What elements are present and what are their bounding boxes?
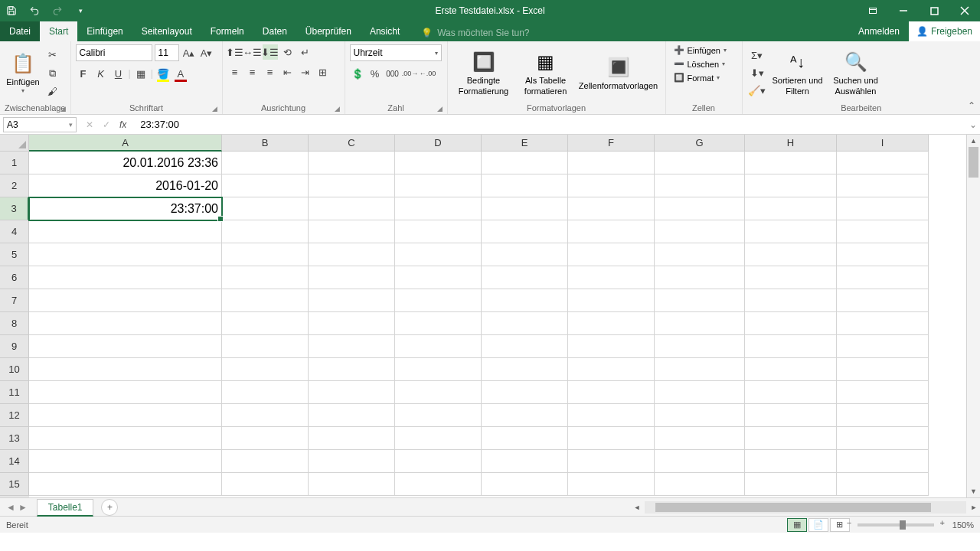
cell[interactable] (395, 152, 482, 174)
cell[interactable] (309, 152, 395, 174)
launcher-icon[interactable]: ◢ (212, 105, 217, 112)
cell[interactable] (309, 358, 395, 381)
cell[interactable] (837, 473, 929, 496)
cell[interactable] (222, 243, 309, 266)
launcher-icon[interactable]: ◢ (437, 105, 443, 112)
cell[interactable] (309, 243, 395, 266)
cell[interactable] (568, 220, 655, 243)
cell[interactable] (568, 312, 655, 335)
launcher-icon[interactable]: ◢ (335, 105, 340, 112)
cell[interactable] (837, 312, 929, 335)
column-header[interactable]: F (568, 135, 655, 152)
tell-me[interactable]: 💡 (413, 24, 598, 41)
delete-cells-button[interactable]: ➖Löschen▾ (671, 58, 729, 70)
align-right-icon[interactable]: ≡ (263, 64, 278, 80)
cell[interactable] (309, 197, 395, 220)
cell[interactable] (309, 312, 395, 335)
borders-icon[interactable]: ▦ (133, 66, 149, 81)
cell[interactable] (655, 427, 745, 450)
share-button[interactable]: 👤 Freigeben (909, 21, 980, 41)
comma-icon[interactable]: 000 (385, 66, 400, 81)
cell[interactable] (568, 381, 655, 404)
cell[interactable] (482, 358, 568, 381)
column-header[interactable]: E (482, 135, 568, 152)
cell[interactable] (568, 266, 655, 289)
cell[interactable] (29, 427, 222, 450)
cell[interactable] (309, 450, 395, 473)
row-header[interactable]: 15 (0, 473, 29, 496)
align-center-icon[interactable]: ≡ (245, 64, 260, 80)
cell[interactable] (309, 220, 395, 243)
cell[interactable] (655, 312, 745, 335)
row-header[interactable]: 8 (0, 312, 29, 335)
increase-decimal-icon[interactable]: .00→ (403, 66, 418, 81)
wrap-text-icon[interactable]: ↵ (298, 44, 313, 60)
cell[interactable] (655, 243, 745, 266)
cell[interactable] (222, 404, 309, 427)
cell[interactable] (745, 243, 837, 266)
copy-icon[interactable]: ⧉ (44, 66, 60, 81)
column-header[interactable]: A (29, 135, 222, 152)
minimize-icon[interactable] (888, 0, 919, 21)
sheet-nav-first-icon[interactable]: ◄ (6, 502, 15, 513)
cell[interactable] (482, 174, 568, 197)
cell[interactable] (745, 152, 837, 174)
bold-button[interactable]: F (76, 66, 91, 81)
paste-button[interactable]: 📋 Einfügen ▾ (5, 48, 41, 98)
cell[interactable] (482, 266, 568, 289)
align-bottom-icon[interactable]: ⬇☰ (263, 44, 278, 60)
cell[interactable] (29, 243, 222, 266)
cell[interactable] (837, 358, 929, 381)
align-top-icon[interactable]: ⬆☰ (227, 44, 243, 60)
fx-icon[interactable]: fx (119, 119, 126, 130)
cell[interactable] (655, 404, 745, 427)
cell[interactable] (395, 243, 482, 266)
cell[interactable] (568, 450, 655, 473)
cell[interactable] (745, 335, 837, 358)
cell[interactable] (309, 473, 395, 496)
cell[interactable] (745, 450, 837, 473)
page-layout-view-button[interactable]: 📄 (808, 518, 828, 532)
cell[interactable] (837, 289, 929, 312)
cell[interactable] (395, 404, 482, 427)
merge-icon[interactable]: ⊞ (315, 64, 331, 80)
row-header[interactable]: 10 (0, 358, 29, 381)
cell[interactable] (745, 174, 837, 197)
expand-formula-bar-icon[interactable]: ⌄ (966, 119, 980, 130)
cell[interactable] (745, 381, 837, 404)
cell[interactable] (395, 266, 482, 289)
cell[interactable] (745, 289, 837, 312)
tab-einfügen[interactable]: Einfügen (77, 21, 132, 41)
cell[interactable] (482, 289, 568, 312)
cell[interactable] (222, 174, 309, 197)
cell[interactable] (745, 473, 837, 496)
italic-button[interactable]: K (93, 66, 109, 81)
align-left-icon[interactable]: ≡ (227, 64, 243, 80)
cell[interactable] (837, 266, 929, 289)
cell[interactable]: 23:37:00 (29, 197, 222, 220)
cell[interactable] (482, 312, 568, 335)
tab-ansicht[interactable]: Ansicht (361, 21, 409, 41)
cell[interactable] (222, 197, 309, 220)
cell[interactable] (395, 473, 482, 496)
cell[interactable] (482, 427, 568, 450)
cell[interactable] (482, 404, 568, 427)
cell[interactable] (837, 381, 929, 404)
column-header[interactable]: B (222, 135, 309, 152)
cell[interactable] (395, 220, 482, 243)
cell[interactable] (568, 427, 655, 450)
decrease-decimal-icon[interactable]: ←.00 (420, 66, 436, 81)
cell[interactable] (222, 358, 309, 381)
cell[interactable] (29, 358, 222, 381)
cell[interactable] (395, 197, 482, 220)
cell[interactable] (309, 381, 395, 404)
cell[interactable] (395, 335, 482, 358)
insert-cells-button[interactable]: ➕Einfügen▾ (671, 44, 730, 56)
undo-icon[interactable] (28, 4, 41, 18)
cell[interactable] (837, 404, 929, 427)
cell[interactable] (568, 289, 655, 312)
cell[interactable] (482, 450, 568, 473)
conditional-formatting-button[interactable]: 🔲Bedingte Formatierung (452, 47, 515, 99)
cell[interactable] (568, 243, 655, 266)
row-header[interactable]: 14 (0, 450, 29, 473)
